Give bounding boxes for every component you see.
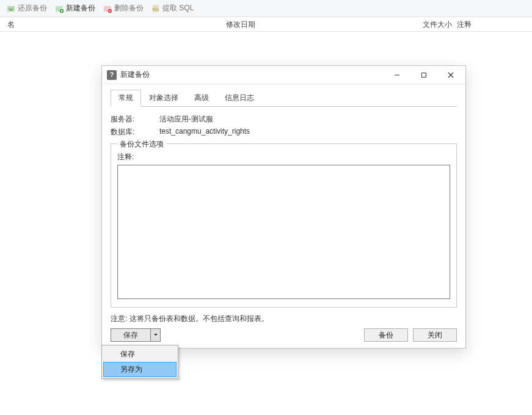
dialog-title: 新建备份 <box>120 70 150 80</box>
tb-delete-backup[interactable]: 删除备份 <box>99 2 147 15</box>
tb-restore-label: 还原备份 <box>18 3 47 13</box>
save-dropdown-arrow[interactable] <box>150 329 160 341</box>
tab-advanced[interactable]: 高级 <box>186 90 217 107</box>
new-backup-dialog: ? 新建备份 常规 对象选择 高级 信息日志 服务器: 活动应用-测试服 数据库… <box>101 65 466 348</box>
svg-text:SQL: SQL <box>152 7 160 11</box>
save-split-button[interactable]: 保存 <box>111 328 161 342</box>
close-button[interactable]: 关闭 <box>413 328 457 342</box>
col-name[interactable]: 名 <box>0 17 226 31</box>
tb-extract-label: 提取 SQL <box>162 3 194 13</box>
col-size[interactable]: 文件大小 <box>415 17 452 31</box>
database-label: 数据库: <box>111 127 159 137</box>
database-value: test_cangmu_activity_rights <box>159 127 250 137</box>
tab-objects[interactable]: 对象选择 <box>141 90 186 107</box>
comment-label: 注释: <box>117 152 450 162</box>
dialog-tabs: 常规 对象选择 高级 信息日志 <box>111 89 457 107</box>
dd-save-as[interactable]: 另存为 <box>103 362 177 377</box>
dialog-footer: 保存 备份 关闭 <box>111 328 457 342</box>
extract-sql-icon: SQL <box>151 4 161 13</box>
server-label: 服务器: <box>111 114 159 125</box>
tb-extract-sql[interactable]: SQL 提取 SQL <box>147 2 197 15</box>
tab-log[interactable]: 信息日志 <box>217 90 262 107</box>
backup-file-options: 备份文件选项 注释: <box>111 143 457 308</box>
fieldset-legend: 备份文件选项 <box>117 139 166 150</box>
main-toolbar: 还原备份 新建备份 删除备份 SQL 提取 SQL <box>0 0 532 17</box>
col-note[interactable]: 注释 <box>452 17 532 31</box>
backup-button[interactable]: 备份 <box>364 328 408 342</box>
tb-new-label: 新建备份 <box>66 3 95 13</box>
delete-backup-icon <box>103 4 112 13</box>
new-backup-icon <box>54 4 64 13</box>
list-header: 名 修改日期 文件大小 注释 <box>0 17 532 32</box>
tb-delete-label: 删除备份 <box>114 3 144 13</box>
server-value: 活动应用-测试服 <box>159 114 213 125</box>
dd-save[interactable]: 保存 <box>103 347 177 362</box>
svg-rect-7 <box>422 73 426 77</box>
save-dropdown-menu: 保存 另存为 <box>101 345 178 379</box>
comment-textarea[interactable] <box>117 165 450 299</box>
tab-general[interactable]: 常规 <box>111 90 141 107</box>
window-close-button[interactable] <box>437 66 464 84</box>
dialog-titlebar[interactable]: ? 新建备份 <box>102 66 465 84</box>
save-button-label[interactable]: 保存 <box>111 329 150 341</box>
window-minimize-button[interactable] <box>384 66 410 84</box>
tb-restore-backup[interactable]: 还原备份 <box>2 2 51 15</box>
note-text: 注意: 这将只备份表和数据。不包括查询和报表。 <box>111 314 457 324</box>
dialog-icon: ? <box>107 70 117 80</box>
window-maximize-button[interactable] <box>410 66 437 84</box>
col-date[interactable]: 修改日期 <box>226 17 415 31</box>
tb-new-backup[interactable]: 新建备份 <box>51 2 99 15</box>
restore-icon <box>6 4 16 13</box>
